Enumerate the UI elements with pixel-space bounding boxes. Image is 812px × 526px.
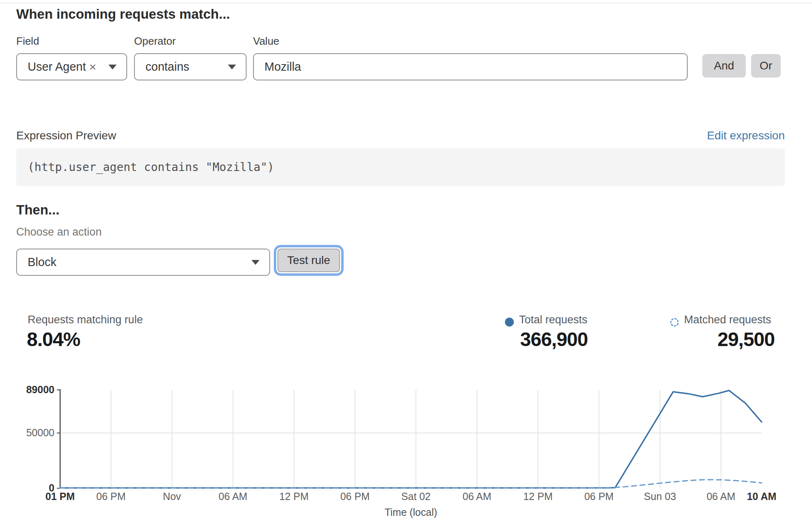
page-title: When incoming requests match... (16, 6, 230, 22)
chevron-down-icon (228, 65, 236, 69)
value-label: Value (253, 35, 279, 48)
operator-select[interactable]: contains (134, 53, 247, 80)
test-rule-button[interactable]: Test rule (277, 249, 340, 272)
edit-expression-link[interactable]: Edit expression (707, 129, 785, 142)
chevron-down-icon (108, 65, 117, 69)
requests-matching-value: 8.04% (27, 328, 80, 351)
chart-x-tick-label: 06 AM (463, 491, 492, 502)
operator-select-value: contains (135, 60, 228, 74)
and-button[interactable]: And (702, 54, 746, 78)
chart-x-tick-label: 06 AM (219, 491, 247, 502)
chart-x-axis-title: Time (local) (385, 507, 437, 518)
operator-label: Operator (134, 35, 176, 48)
action-select-value: Block (17, 255, 251, 269)
field-label: Field (16, 35, 39, 48)
chart-y-tick-label: 89000 (26, 384, 54, 395)
firewall-rule-builder: When incoming requests match... Field Op… (0, 0, 812, 526)
chart-x-tick-label: Sun 03 (644, 491, 676, 502)
chart-y-tick-label: 50000 (26, 427, 54, 438)
chart-x-tick-label: 12 PM (523, 491, 552, 502)
chevron-down-icon (251, 260, 260, 265)
chart-x-tick-label: 06 PM (340, 491, 370, 502)
expression-preview-box: (http.user_agent contains "Mozilla") (16, 148, 785, 186)
action-select[interactable]: Block (16, 249, 270, 276)
chart-x-tick-label: 10 AM (747, 491, 777, 502)
chart-line-matched-requests (60, 480, 762, 488)
field-select-value: User Agent (17, 60, 89, 74)
clear-field-icon[interactable]: × (89, 61, 96, 73)
chart-line-total-requests (60, 390, 762, 488)
total-requests-label: Total requests (519, 314, 587, 326)
value-input[interactable] (253, 53, 688, 80)
or-button[interactable]: Or (751, 54, 781, 78)
total-requests-value: 366,900 (422, 328, 588, 351)
matched-requests-label: Matched requests (684, 314, 771, 326)
field-select[interactable]: User Agent × (16, 53, 127, 80)
chart-x-tick-label: 06 PM (584, 491, 613, 502)
chart-x-tick-label: 12 PM (279, 491, 309, 502)
total-requests-dot-icon (505, 318, 514, 327)
then-heading: Then... (16, 202, 59, 218)
requests-time-series-chart: 0500008900001 PM06 PMNov06 AM12 PM06 PMS… (0, 382, 812, 526)
expression-preview-label: Expression Preview (16, 129, 116, 142)
requests-matching-label: Requests matching rule (28, 314, 143, 326)
chart-x-tick-label: 01 PM (45, 491, 75, 502)
expression-code: (http.user_agent contains "Mozilla") (16, 160, 274, 174)
matched-requests-value: 29,500 (650, 328, 775, 351)
chart-x-tick-label: 06 AM (706, 491, 735, 502)
chart-x-tick-label: 06 PM (96, 491, 126, 502)
chart-x-tick-label: Sat 02 (401, 491, 431, 502)
chart-x-tick-label: Nov (163, 491, 181, 502)
matched-requests-dashed-circle-icon (670, 318, 679, 327)
choose-action-label: Choose an action (16, 226, 102, 238)
top-divider (0, 2, 812, 3)
